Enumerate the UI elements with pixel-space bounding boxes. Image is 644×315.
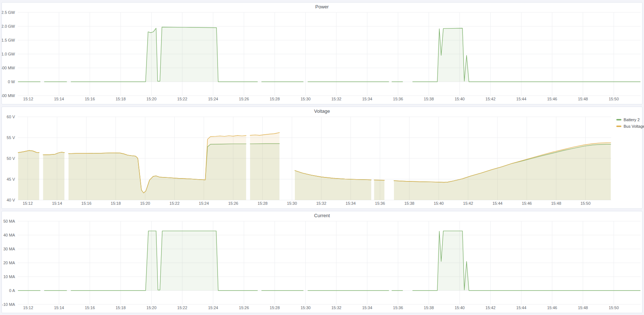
svg-text:15:20: 15:20 [147, 97, 157, 101]
axis-tick-labels: 50 MA40 MA30 MA20 MA10 MA0 A-10 MA15:121… [2, 219, 619, 310]
svg-text:15:26: 15:26 [239, 97, 249, 101]
svg-text:15:32: 15:32 [331, 97, 341, 101]
series-power [18, 27, 640, 82]
svg-text:15:26: 15:26 [228, 201, 238, 205]
svg-text:15:48: 15:48 [578, 97, 588, 101]
svg-text:15:30: 15:30 [301, 306, 311, 310]
svg-text:15:46: 15:46 [547, 306, 557, 310]
panel-power: 2.5 GW2.0 GW1.5 GW1.0 GW500 MW0 W-500 MW… [1, 2, 643, 104]
svg-text:500 MW: 500 MW [2, 66, 15, 70]
svg-text:15:18: 15:18 [111, 201, 121, 205]
voltage-chart[interactable]: 60 V55 V50 V45 V40 V15:1215:1415:1615:18… [2, 107, 642, 208]
legend-label-bus-voltage: Bus Voltage [624, 124, 644, 128]
battery-2-color-swatch-icon [616, 119, 621, 120]
svg-text:40 MA: 40 MA [3, 233, 15, 237]
svg-text:2.0 GW: 2.0 GW [2, 24, 15, 28]
dashboard-page: { "colors": { "page_bg": "#F3F4F9", "pan… [0, 0, 644, 315]
svg-text:15:22: 15:22 [177, 306, 187, 310]
svg-text:15:46: 15:46 [522, 201, 532, 205]
legend-item-battery-2[interactable]: Battery 2 [616, 118, 644, 122]
svg-text:15:34: 15:34 [362, 97, 372, 101]
svg-text:15:24: 15:24 [208, 306, 218, 310]
svg-text:15:28: 15:28 [270, 306, 280, 310]
svg-text:15:22: 15:22 [177, 97, 187, 101]
panel-power-title: Power [315, 3, 329, 11]
bus-voltage-color-swatch-icon [616, 126, 621, 127]
axis-tick-labels: 2.5 GW2.0 GW1.5 GW1.0 GW500 MW0 W-500 MW… [2, 10, 619, 101]
svg-text:15:16: 15:16 [81, 201, 91, 205]
svg-text:55 V: 55 V [7, 135, 15, 140]
svg-text:15:14: 15:14 [52, 201, 62, 205]
svg-text:40 V: 40 V [7, 198, 15, 202]
legend-label-battery-2: Battery 2 [624, 118, 640, 122]
svg-text:50 V: 50 V [7, 156, 15, 161]
svg-text:15:40: 15:40 [434, 201, 444, 205]
svg-text:15:48: 15:48 [551, 201, 561, 205]
svg-text:15:14: 15:14 [54, 306, 64, 310]
svg-text:15:18: 15:18 [116, 306, 126, 310]
panel-voltage: 60 V55 V50 V45 V40 V15:1215:1415:1615:18… [1, 107, 643, 209]
svg-text:15:24: 15:24 [199, 201, 209, 205]
svg-text:15:12: 15:12 [23, 97, 34, 101]
svg-text:15:36: 15:36 [393, 97, 403, 101]
svg-text:15:14: 15:14 [54, 97, 64, 101]
svg-text:15:12: 15:12 [23, 306, 34, 310]
svg-text:15:16: 15:16 [85, 97, 95, 101]
svg-text:15:42: 15:42 [463, 201, 473, 205]
svg-text:15:30: 15:30 [287, 201, 297, 205]
svg-text:15:38: 15:38 [424, 97, 434, 101]
grid-lines [18, 12, 641, 96]
svg-text:15:38: 15:38 [424, 306, 434, 310]
svg-text:15:46: 15:46 [547, 97, 557, 101]
svg-text:20 MA: 20 MA [3, 261, 15, 265]
panel-current-header[interactable]: Current [2, 211, 642, 220]
panel-voltage-title: Voltage [314, 107, 330, 116]
svg-text:1.5 GW: 1.5 GW [2, 38, 15, 42]
svg-text:15:42: 15:42 [485, 97, 496, 101]
svg-text:0 W: 0 W [8, 80, 15, 84]
series-bus-voltage [18, 132, 611, 200]
series-current [18, 231, 640, 291]
svg-text:10 MA: 10 MA [3, 274, 15, 279]
svg-text:15:36: 15:36 [393, 306, 403, 310]
svg-text:-10 MA: -10 MA [2, 302, 15, 307]
svg-text:15:26: 15:26 [239, 306, 249, 310]
svg-text:15:40: 15:40 [454, 306, 465, 310]
panel-current-title: Current [314, 211, 330, 220]
svg-text:15:28: 15:28 [258, 201, 268, 205]
svg-text:15:18: 15:18 [116, 97, 126, 101]
svg-text:15:28: 15:28 [270, 97, 280, 101]
svg-text:0 A: 0 A [9, 288, 15, 293]
panel-power-header[interactable]: Power [2, 3, 642, 11]
svg-text:15:44: 15:44 [516, 306, 527, 310]
svg-text:15:36: 15:36 [375, 201, 385, 205]
svg-text:15:50: 15:50 [609, 306, 619, 310]
power-chart[interactable]: 2.5 GW2.0 GW1.5 GW1.0 GW500 MW0 W-500 MW… [2, 3, 642, 104]
legend-item-bus-voltage[interactable]: Bus Voltage [616, 124, 644, 128]
current-chart[interactable]: 50 MA40 MA30 MA20 MA10 MA0 A-10 MA15:121… [2, 211, 642, 313]
svg-text:15:12: 15:12 [23, 201, 33, 205]
grid-lines [18, 221, 641, 304]
svg-text:15:20: 15:20 [140, 201, 150, 205]
svg-text:15:42: 15:42 [485, 306, 496, 310]
svg-text:15:30: 15:30 [301, 97, 311, 101]
svg-text:15:22: 15:22 [169, 201, 180, 205]
svg-text:30 MA: 30 MA [3, 247, 15, 251]
svg-text:15:50: 15:50 [609, 97, 619, 101]
svg-text:15:34: 15:34 [362, 306, 372, 310]
svg-text:15:34: 15:34 [346, 201, 356, 205]
svg-text:45 V: 45 V [7, 177, 15, 181]
svg-text:15:38: 15:38 [404, 201, 414, 205]
svg-text:15:32: 15:32 [331, 306, 341, 310]
svg-text:-500 MW: -500 MW [2, 93, 15, 98]
svg-text:15:24: 15:24 [208, 97, 218, 101]
svg-text:1.0 GW: 1.0 GW [2, 52, 15, 56]
svg-text:15:32: 15:32 [316, 201, 327, 205]
panel-current: 50 MA40 MA30 MA20 MA10 MA0 A-10 MA15:121… [1, 211, 643, 313]
svg-text:15:40: 15:40 [454, 97, 465, 101]
svg-text:15:16: 15:16 [85, 306, 95, 310]
voltage-legend: Battery 2 Bus Voltage [616, 118, 644, 128]
svg-text:15:48: 15:48 [578, 306, 588, 310]
panel-voltage-header[interactable]: Voltage [2, 107, 642, 116]
svg-text:15:44: 15:44 [492, 201, 503, 205]
